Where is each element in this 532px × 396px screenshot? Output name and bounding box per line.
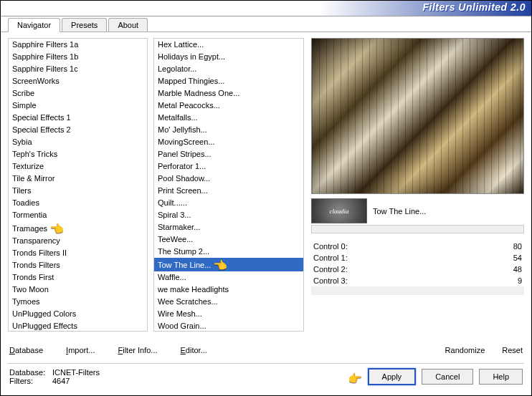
list-item[interactable]: ScreenWorks (9, 75, 147, 87)
status-info: Database:ICNET-Filters Filters:4647 (9, 368, 100, 385)
list-item[interactable]: Special Effects 2 (9, 124, 147, 136)
pointing-hand-icon: 👈 (49, 223, 64, 234)
list-item[interactable]: Panel Stripes... (154, 148, 303, 160)
control-value: 54 (513, 253, 522, 262)
list-item[interactable]: Wood Grain... (154, 320, 303, 332)
list-item[interactable]: we make Headlights (154, 284, 303, 296)
list-item[interactable]: TeeWee... (154, 233, 303, 246)
list-item[interactable]: Wire Mesh... (154, 308, 303, 320)
filter-list[interactable]: Hex Lattice...Holidays in Egypt...Legola… (153, 38, 304, 332)
list-item[interactable]: Hex Lattice... (154, 39, 303, 51)
tab-about[interactable]: About (108, 18, 148, 32)
control-row: Control 1:54 (311, 252, 524, 264)
randomize-link[interactable]: Randomize (444, 343, 487, 357)
apply-button[interactable]: Apply (368, 368, 417, 385)
list-item[interactable]: The Stump 2... (154, 246, 303, 258)
titlebar: Filters Unlimited 2.0 (1, 1, 531, 16)
list-item[interactable]: Two Moon (9, 284, 147, 296)
list-item[interactable]: Starmaker... (154, 221, 303, 233)
list-item[interactable]: Tronds First (9, 271, 147, 284)
help-button[interactable]: Help (479, 369, 523, 385)
import-link[interactable]: Import... (65, 343, 96, 357)
list-item[interactable]: Sapphire Filters 1a (9, 39, 147, 51)
list-item[interactable]: Mapped Thingies... (154, 75, 303, 87)
tab-navigator[interactable]: Navigator (8, 18, 60, 32)
control-row: Control 3:9 (311, 275, 524, 286)
list-item[interactable]: Simple (9, 100, 147, 112)
list-item[interactable]: Transparency (9, 235, 147, 247)
list-item[interactable]: UnPlugged Effects (9, 320, 147, 332)
author-logo: claudia (311, 198, 367, 223)
list-item[interactable]: Waffle... (154, 271, 303, 284)
list-item[interactable]: Tymoes (9, 296, 147, 308)
slider-area[interactable] (311, 286, 524, 295)
list-item[interactable]: Wee Scratches... (154, 296, 303, 308)
list-item[interactable]: Metalfalls... (154, 112, 303, 124)
list-item[interactable]: Holidays in Egypt... (154, 51, 303, 63)
control-value: 9 (518, 276, 522, 285)
control-value: 80 (513, 242, 522, 251)
list-item[interactable]: Metal Peacocks... (154, 100, 303, 112)
tab-presets[interactable]: Presets (62, 18, 107, 32)
list-item[interactable]: Print Screen... (154, 185, 303, 197)
list-item[interactable]: Tronds Filters II (9, 247, 147, 259)
list-item[interactable]: UnPlugged Colors (9, 308, 147, 320)
list-item[interactable]: Sapphire Filters 1c (9, 63, 147, 75)
list-item[interactable]: Texturize (9, 160, 147, 173)
control-row: Control 2:48 (311, 264, 524, 275)
control-label: Control 3: (313, 276, 348, 285)
list-item[interactable]: Toadies (9, 197, 147, 209)
list-item[interactable]: MovingScreen... (154, 136, 303, 148)
category-list[interactable]: Sapphire Filters 1aSapphire Filters 1bSa… (8, 38, 148, 332)
control-label: Control 2: (313, 265, 348, 274)
cancel-button[interactable]: Cancel (422, 369, 473, 385)
list-item[interactable]: Sybia (9, 136, 147, 148)
preview-image (311, 38, 524, 194)
control-value: 48 (513, 265, 522, 274)
list-item[interactable]: Tile & Mirror (9, 173, 147, 185)
list-item[interactable]: Scribe (9, 87, 147, 100)
list-item[interactable]: Quilt...... (154, 197, 303, 209)
list-item[interactable]: Tow The Line... 👈 (154, 258, 303, 271)
list-item[interactable]: Teph's Tricks (9, 148, 147, 160)
app-title: Filters Unlimited 2.0 (422, 1, 526, 13)
filter-info-link[interactable]: Filter Info... (116, 343, 158, 357)
editor-link[interactable]: Editor... (179, 343, 209, 357)
controls-panel: Control 0:80Control 1:54Control 2:48Cont… (311, 241, 524, 286)
list-item[interactable]: Tormentia (9, 209, 147, 221)
control-label: Control 0: (313, 242, 348, 251)
control-label: Control 1: (313, 253, 348, 262)
list-item[interactable]: Pool Shadow... (154, 173, 303, 185)
list-item[interactable]: Tramages 👈 (9, 221, 147, 235)
pointing-hand-icon: 👈 (213, 260, 227, 271)
list-item[interactable]: Mo' Jellyfish... (154, 124, 303, 136)
list-item[interactable]: Legolator... (154, 63, 303, 75)
selected-filter-name: Tow The Line... (373, 207, 524, 216)
database-link[interactable]: Database (8, 343, 44, 357)
list-item[interactable]: Special Effects 1 (9, 112, 147, 124)
pointing-hand-icon: 👉 (348, 372, 362, 385)
list-item[interactable]: Tronds Filters (9, 259, 147, 271)
list-item[interactable]: Perforator 1... (154, 160, 303, 173)
control-row: Control 0:80 (311, 241, 524, 252)
list-item[interactable]: Marble Madness One... (154, 87, 303, 100)
reset-link[interactable]: Reset (500, 343, 524, 357)
list-item[interactable]: Tilers (9, 185, 147, 197)
list-item[interactable]: Sapphire Filters 1b (9, 51, 147, 63)
progress-bar (311, 225, 524, 233)
tabs: Navigator Presets About (1, 18, 531, 32)
list-item[interactable]: Spiral 3... (154, 209, 303, 221)
